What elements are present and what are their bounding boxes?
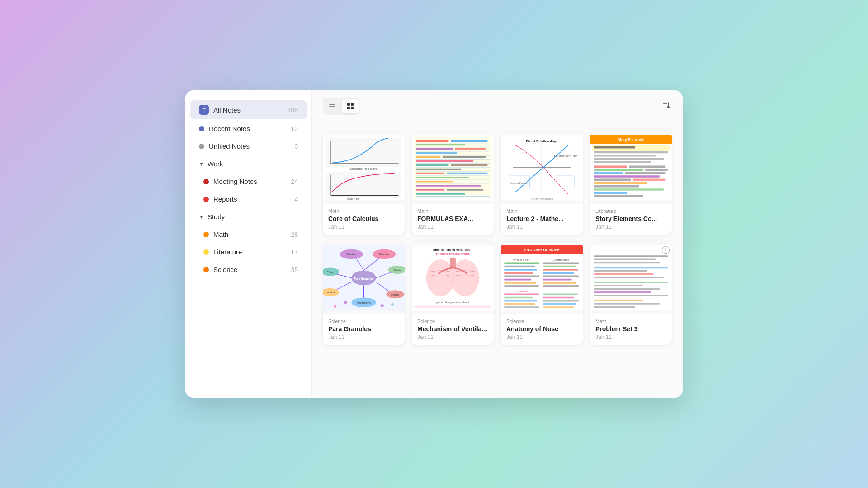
science-dot xyxy=(203,267,209,272)
svg-rect-49 xyxy=(416,189,444,191)
notes-grid: Substance of a curve slope ≈ 10 Math Cor… xyxy=(312,122,683,398)
sidebar-item-reports[interactable]: Reports 4 xyxy=(190,191,307,207)
svg-rect-40 xyxy=(416,160,473,162)
svg-rect-161 xyxy=(594,267,668,269)
sidebar-count-all-notes: 108 xyxy=(288,106,298,113)
note-thumbnail-2 xyxy=(412,131,494,204)
note-card-2[interactable]: Math FORMULAS EXA... Jan 11 xyxy=(412,131,494,235)
note-card-7[interactable]: ANATOMY OF NOSE What is a part External … xyxy=(501,242,583,345)
note-card-3[interactable]: Direct Relationships Inverse Relations E… xyxy=(501,131,583,235)
svg-rect-81 xyxy=(594,188,664,191)
note-category-5: Science xyxy=(328,319,399,324)
svg-rect-159 xyxy=(594,258,656,260)
note-info-5: Science Para Granules Jan 11 xyxy=(323,314,405,345)
sidebar-item-all-notes[interactable]: All Notes 108 xyxy=(190,100,307,119)
svg-point-108 xyxy=(344,301,347,304)
svg-rect-5 xyxy=(347,107,350,109)
app-container: All Notes 108 Recent Notes 10 Unfiled No… xyxy=(185,90,683,398)
study-chevron: ▼ xyxy=(199,214,204,220)
work-chevron: ▼ xyxy=(199,161,204,167)
sort-button[interactable] xyxy=(662,100,672,113)
svg-rect-3 xyxy=(347,103,350,106)
svg-rect-50 xyxy=(447,189,483,191)
sidebar-item-literature[interactable]: Literature 17 xyxy=(190,244,307,260)
note-thumbnail-1: Substance of a curve slope ≈ 10 xyxy=(323,131,405,204)
svg-rect-164 xyxy=(594,277,664,278)
note-card-5[interactable]: Para Granules Structure Function Types xyxy=(323,242,405,345)
note-date-1: Jan 11 xyxy=(328,224,399,230)
literature-dot xyxy=(203,249,209,255)
sidebar-count-recent-notes: 10 xyxy=(291,125,298,132)
svg-text:ANATOMY OF NOSE: ANATOMY OF NOSE xyxy=(524,248,560,252)
section-study[interactable]: ▼ Study xyxy=(190,209,307,224)
list-view-button[interactable] xyxy=(324,99,340,113)
svg-rect-34 xyxy=(416,144,465,146)
svg-rect-172 xyxy=(594,306,635,308)
note-thumbnail-4: Story Elements xyxy=(590,131,672,204)
sidebar-item-meeting-notes[interactable]: Meeting Notes 24 xyxy=(190,173,307,190)
note-card-8[interactable]: Math Problem Set 3 Jan 11 xyxy=(590,242,672,345)
svg-rect-119 xyxy=(414,306,492,308)
section-work[interactable]: ▼ Work xyxy=(190,156,307,171)
note-date-2: Jan 11 xyxy=(417,224,488,230)
svg-rect-44 xyxy=(416,173,444,174)
note-title-8: Problem Set 3 xyxy=(595,325,666,333)
svg-rect-151 xyxy=(543,300,579,302)
svg-rect-158 xyxy=(594,255,668,257)
svg-rect-80 xyxy=(594,185,639,188)
reports-dot xyxy=(203,197,209,202)
svg-rect-117 xyxy=(450,258,456,268)
note-info-6: Science Mechanism of Ventilation Jan 11 xyxy=(412,314,494,345)
svg-rect-32 xyxy=(416,140,448,142)
svg-rect-46 xyxy=(416,177,469,178)
note-card-1[interactable]: Substance of a curve slope ≈ 10 Math Cor… xyxy=(323,131,405,235)
note-card-6[interactable]: mechanism of ventilation the human breat… xyxy=(412,242,494,345)
sidebar-count-unfiled-notes: 0 xyxy=(294,143,298,150)
svg-rect-76 xyxy=(594,175,660,178)
sidebar-item-recent-notes[interactable]: Recent Notes 10 xyxy=(190,120,307,137)
svg-text:Inverse Relations: Inverse Relations xyxy=(531,197,553,201)
svg-text:Location: Location xyxy=(326,291,335,294)
svg-rect-128 xyxy=(504,266,535,267)
note-thumbnail-6: mechanism of ventilation the human breat… xyxy=(412,242,494,314)
note-title-5: Para Granules xyxy=(328,325,399,333)
sidebar-item-science[interactable]: Science 35 xyxy=(190,261,307,278)
svg-rect-133 xyxy=(504,282,536,284)
note-thumbnail-7: ANATOMY OF NOSE What is a part External … xyxy=(501,242,583,314)
note-thumbnail-5: Para Granules Structure Function Types xyxy=(323,242,405,314)
svg-rect-139 xyxy=(504,303,535,305)
svg-text:What is a part: What is a part xyxy=(513,258,530,261)
svg-rect-0 xyxy=(329,104,335,105)
svg-rect-152 xyxy=(543,303,576,305)
svg-text:External nose: External nose xyxy=(553,258,569,261)
note-title-4: Story Elements Co... xyxy=(595,215,666,222)
sidebar-item-math[interactable]: Math 28 xyxy=(190,226,307,243)
note-date-8: Jan 11 xyxy=(595,334,666,340)
svg-rect-169 xyxy=(594,295,668,296)
svg-text:Mechanisms: Mechanisms xyxy=(357,301,371,304)
svg-rect-166 xyxy=(594,285,643,286)
sidebar-label-unfiled-notes: Unfiled Notes xyxy=(209,142,250,150)
section-label-study: Study xyxy=(208,213,225,221)
svg-rect-66 xyxy=(594,151,668,154)
note-title-6: Mechanism of Ventilation xyxy=(417,325,488,333)
svg-rect-168 xyxy=(594,291,651,293)
svg-rect-171 xyxy=(594,303,660,305)
svg-text:Function: Function xyxy=(379,253,389,256)
svg-rect-134 xyxy=(504,285,539,287)
svg-text:Substance of a curve: Substance of a curve xyxy=(350,167,377,170)
svg-rect-77 xyxy=(594,178,631,181)
svg-rect-82 xyxy=(594,192,627,194)
svg-rect-42 xyxy=(451,164,487,166)
note-thumbnail-3: Direct Relationships Inverse Relations E… xyxy=(501,131,583,204)
svg-rect-142 xyxy=(543,266,576,267)
svg-rect-162 xyxy=(594,270,647,272)
grid-view-button[interactable] xyxy=(342,99,359,113)
note-title-1: Core of Calculus xyxy=(328,215,399,222)
svg-rect-43 xyxy=(416,169,461,170)
sidebar-item-unfiled-notes[interactable]: Unfiled Notes 0 xyxy=(190,138,307,155)
sidebar-label-recent-notes: Recent Notes xyxy=(209,125,250,132)
sidebar-label-math: Math xyxy=(213,230,228,238)
svg-rect-170 xyxy=(594,300,643,301)
note-card-4[interactable]: Story Elements xyxy=(590,131,672,235)
